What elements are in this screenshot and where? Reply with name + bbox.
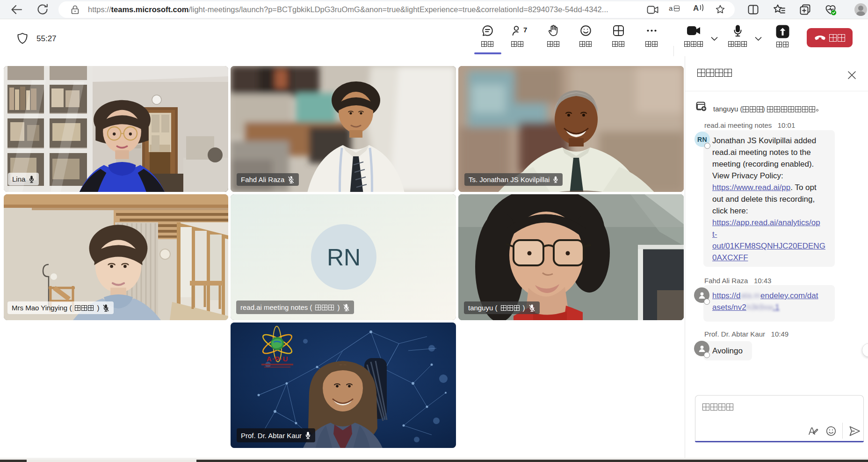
svg-text:RN: RN bbox=[327, 244, 361, 271]
svg-text:A·P·U: A·P·U bbox=[267, 355, 289, 363]
